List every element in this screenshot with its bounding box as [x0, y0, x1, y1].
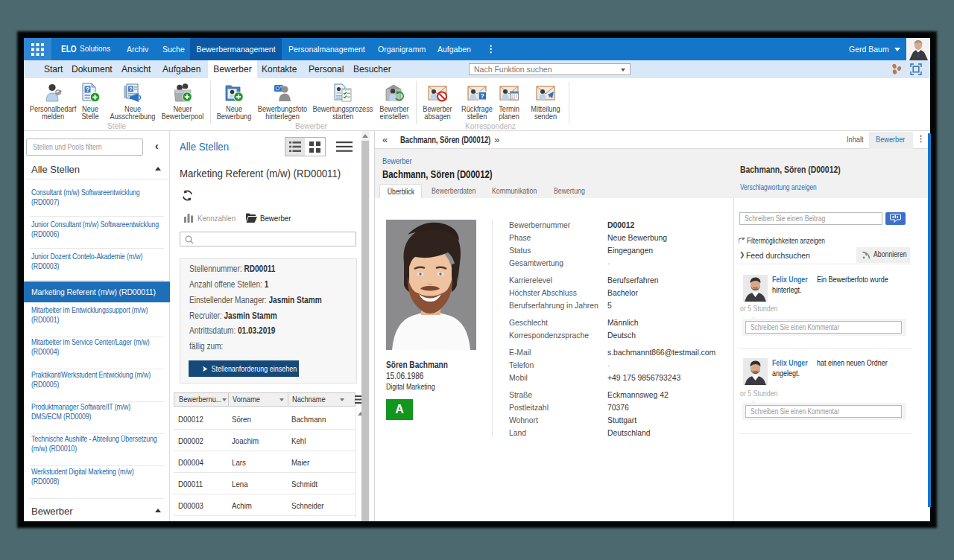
svg-text:?: ?	[129, 86, 133, 92]
svg-text:?: ?	[86, 86, 89, 93]
